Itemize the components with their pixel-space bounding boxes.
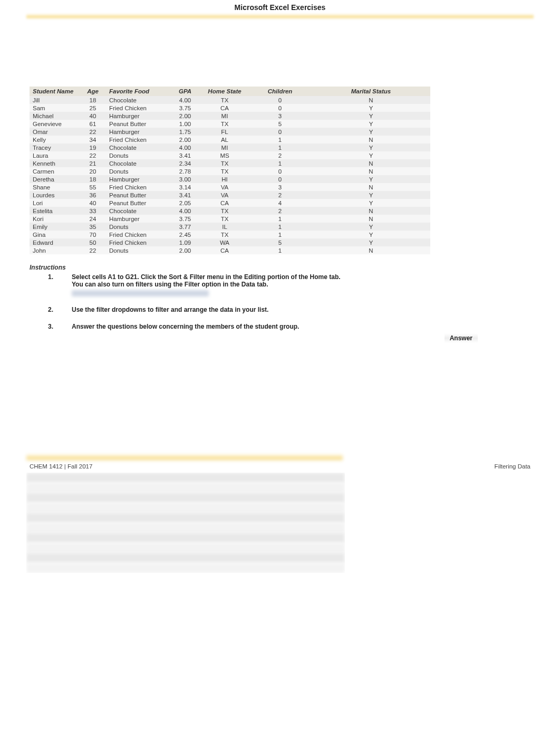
col-header-age: Age	[80, 87, 106, 96]
cell-state: TX	[201, 159, 248, 167]
table-row: Tracey19Chocolate4.00MI1Y	[30, 143, 430, 151]
cell-age: 22	[80, 128, 106, 136]
table-row: Jill18Chocolate4.00TX0N	[30, 96, 430, 104]
cell-age: 61	[80, 120, 106, 128]
cell-children: 5	[248, 238, 312, 246]
cell-name: Omar	[30, 128, 80, 136]
table-row: Michael40Hamburger2.00MI3Y	[30, 112, 430, 120]
cell-name: Lori	[30, 199, 80, 207]
cell-gpa: 2.00	[169, 246, 201, 254]
cell-age: 33	[80, 207, 106, 215]
cell-food: Hamburger	[106, 175, 169, 183]
cell-marital: Y	[312, 112, 430, 120]
cell-state: WA	[201, 238, 248, 246]
cell-children: 0	[248, 167, 312, 175]
cell-children: 3	[248, 183, 312, 191]
cell-age: 24	[80, 215, 106, 223]
cell-name: Kori	[30, 215, 80, 223]
cell-state: TX	[201, 207, 248, 215]
cell-name: Gina	[30, 231, 80, 238]
cell-state: VA	[201, 191, 248, 199]
col-header-state: Home State	[201, 87, 248, 96]
cell-gpa: 2.45	[169, 231, 201, 238]
cell-age: 19	[80, 143, 106, 151]
cell-marital: Y	[312, 151, 430, 159]
cell-gpa: 2.00	[169, 112, 201, 120]
cell-children: 2	[248, 207, 312, 215]
cell-marital: N	[312, 96, 430, 104]
cell-name: Kenneth	[30, 159, 80, 167]
cell-age: 34	[80, 136, 106, 143]
table-row: Laura22Donuts3.41MS2Y	[30, 151, 430, 159]
cell-gpa: 2.00	[169, 136, 201, 143]
cell-food: Hamburger	[106, 112, 169, 120]
cell-name: Michael	[30, 112, 80, 120]
cell-gpa: 4.00	[169, 96, 201, 104]
students-table: Student Name Age Favorite Food GPA Home …	[30, 87, 430, 254]
cell-state: MI	[201, 143, 248, 151]
table-row: Kori24Hamburger3.75TX1N	[30, 215, 430, 223]
cell-age: 40	[80, 199, 106, 207]
table-row: Kelly34Fried Chicken2.00AL1N	[30, 136, 430, 143]
cell-food: Fried Chicken	[106, 183, 169, 191]
cell-food: Donuts	[106, 246, 169, 254]
cell-age: 22	[80, 246, 106, 254]
page-title: Microsoft Excel Exercises	[0, 0, 560, 14]
cell-children: 0	[248, 128, 312, 136]
cell-name: Shane	[30, 183, 80, 191]
cell-age: 22	[80, 151, 106, 159]
table-row: Genevieve61Peanut Butter1.00TX5Y	[30, 120, 430, 128]
table-row: Gina70Fried Chicken2.45TX1Y	[30, 231, 430, 238]
table-row: Shane55Fried Chicken3.14VA3N	[30, 183, 430, 191]
col-header-food: Favorite Food	[106, 87, 169, 96]
table-row: Estelita33Chocolate4.00TX2N	[30, 207, 430, 215]
divider-band-top	[26, 14, 534, 19]
cell-food: Chocolate	[106, 207, 169, 215]
cell-food: Fried Chicken	[106, 136, 169, 143]
cell-state: TX	[201, 215, 248, 223]
cell-name: Carmen	[30, 167, 80, 175]
cell-gpa: 3.14	[169, 183, 201, 191]
blurred-hint-line	[72, 290, 209, 296]
instruction-1: 1. Select cells A1 to G21. Click the Sor…	[30, 273, 530, 288]
cell-food: Chocolate	[106, 96, 169, 104]
cell-children: 1	[248, 136, 312, 143]
cell-marital: Y	[312, 128, 430, 136]
table-row: Deretha18Hamburger3.00HI0Y	[30, 175, 430, 183]
cell-state: CA	[201, 246, 248, 254]
cell-gpa: 1.75	[169, 128, 201, 136]
cell-state: MS	[201, 151, 248, 159]
instruction-text: Select cells A1 to G21. Click the Sort &…	[72, 273, 341, 281]
col-header-children: Children	[248, 87, 312, 96]
cell-name: John	[30, 246, 80, 254]
cell-age: 18	[80, 175, 106, 183]
cell-marital: N	[312, 136, 430, 143]
cell-state: MI	[201, 112, 248, 120]
cell-food: Donuts	[106, 151, 169, 159]
cell-gpa: 3.75	[169, 215, 201, 223]
cell-children: 3	[248, 112, 312, 120]
cell-state: TX	[201, 167, 248, 175]
cell-name: Lourdes	[30, 191, 80, 199]
cell-name: Sam	[30, 104, 80, 112]
cell-state: CA	[201, 104, 248, 112]
cell-marital: Y	[312, 238, 430, 246]
instruction-subtext: You can also turn on filters using the F…	[72, 281, 268, 288]
cell-name: Edward	[30, 238, 80, 246]
table-header-row: Student Name Age Favorite Food GPA Home …	[30, 87, 430, 96]
table-row: Carmen20Donuts2.78TX0N	[30, 167, 430, 175]
instructions-heading: Instructions	[30, 264, 530, 271]
cell-gpa: 1.00	[169, 120, 201, 128]
cell-children: 1	[248, 223, 312, 231]
cell-children: 0	[248, 104, 312, 112]
cell-name: Jill	[30, 96, 80, 104]
cell-marital: Y	[312, 143, 430, 151]
cell-children: 0	[248, 175, 312, 183]
cell-age: 40	[80, 112, 106, 120]
cell-gpa: 2.78	[169, 167, 201, 175]
table-row: Kenneth21Chocolate2.34TX1N	[30, 159, 430, 167]
table-row: Lourdes36Peanut Butter3.41VA2Y	[30, 191, 430, 199]
cell-food: Peanut Butter	[106, 120, 169, 128]
cell-age: 50	[80, 238, 106, 246]
cell-children: 2	[248, 191, 312, 199]
